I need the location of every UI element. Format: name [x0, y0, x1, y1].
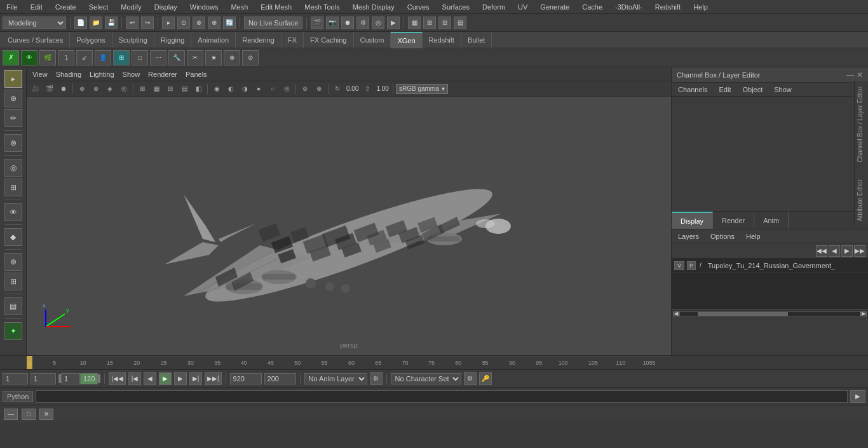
- tab-render[interactable]: Render: [713, 212, 754, 229]
- tab-redshift[interactable]: Redshift: [423, 32, 461, 48]
- menu-modify[interactable]: Modify: [118, 2, 144, 12]
- vp-grid-btn[interactable]: ⊞: [136, 83, 149, 95]
- layout4-button[interactable]: ▤: [454, 17, 466, 29]
- menu-redshift[interactable]: Redshift: [653, 2, 683, 12]
- python-run-btn[interactable]: ▶: [850, 390, 865, 403]
- vp-icon4-btn[interactable]: ▤: [178, 83, 191, 95]
- vp-shade3-btn[interactable]: ◑: [238, 83, 251, 95]
- vp-isolate-btn[interactable]: ⊕: [313, 83, 325, 95]
- render-seq-button[interactable]: ⏺: [341, 17, 354, 29]
- side-label-channel-box[interactable]: Channel Box / Layer Editor: [855, 81, 868, 168]
- channel-menu-object[interactable]: Object: [740, 85, 765, 95]
- layer-visibility-0[interactable]: V: [674, 261, 684, 270]
- menu-select[interactable]: Select: [86, 2, 111, 12]
- timeline-ruler[interactable]: 1 5 10 15 20 25 30 35 40 45 50 55 60 65 …: [27, 356, 671, 370]
- anim-layer-btn[interactable]: ⚙: [370, 372, 383, 385]
- snap-to-surface[interactable]: ⊗: [4, 134, 22, 152]
- character-set-btn[interactable]: ⚙: [464, 372, 477, 385]
- xgen-extra1-button[interactable]: ⊕: [224, 50, 240, 65]
- vp-icon5-btn[interactable]: ◧: [192, 83, 205, 95]
- menu-surfaces[interactable]: Surfaces: [440, 2, 472, 12]
- menu-file[interactable]: File: [4, 2, 20, 12]
- vp-camera-btn[interactable]: 🎥: [29, 83, 42, 95]
- python-input-field[interactable]: [36, 390, 848, 403]
- viewport-menu-show[interactable]: Show: [119, 70, 144, 79]
- menu-mesh[interactable]: Mesh: [228, 2, 250, 12]
- tab-anim[interactable]: Anim: [754, 212, 789, 229]
- xgen-scissors-button[interactable]: ✂: [187, 50, 203, 65]
- custom-tool2[interactable]: ⊞: [4, 273, 22, 290]
- tab-display[interactable]: Display: [672, 212, 713, 229]
- vp-shade2-btn[interactable]: ◐: [224, 83, 237, 95]
- vp-snap4-btn[interactable]: ◎: [118, 83, 130, 95]
- viewport-menu-renderer[interactable]: Renderer: [145, 70, 180, 79]
- menu-windows[interactable]: Windows: [187, 2, 221, 12]
- vp-grid3-btn[interactable]: ⊟: [164, 83, 177, 95]
- redo-button[interactable]: ↪: [141, 17, 154, 29]
- layer-menu-help[interactable]: Help: [743, 231, 763, 241]
- render-preview[interactable]: ◆: [4, 228, 22, 246]
- xgen-leaf-button[interactable]: 🌿: [39, 50, 56, 65]
- xgen-star-button[interactable]: ★: [205, 50, 222, 65]
- layer-name-0[interactable]: Tupoley_Tu_214_Russian_Government_: [705, 262, 865, 269]
- layout2-button[interactable]: ⊞: [423, 17, 436, 29]
- tab-sculpting[interactable]: Sculpting: [112, 32, 154, 48]
- layer-menu-options[interactable]: Options: [708, 231, 737, 241]
- layer-end-btn[interactable]: ▶▶: [854, 245, 865, 257]
- render-options-button[interactable]: ⚙: [356, 17, 369, 29]
- color-space-selector[interactable]: sRGB gamma ▾: [396, 84, 448, 94]
- vp-grid2-btn[interactable]: ▦: [150, 83, 163, 95]
- menu-create[interactable]: Create: [53, 2, 79, 12]
- xgen-person-button[interactable]: 👤: [95, 50, 111, 65]
- window-close-btn[interactable]: ✕: [39, 409, 53, 420]
- tab-rendering[interactable]: Rendering: [236, 32, 281, 48]
- channel-menu-show[interactable]: Show: [771, 85, 794, 95]
- layer-menu-layers[interactable]: Layers: [675, 231, 702, 241]
- play-btn[interactable]: ▶: [159, 372, 172, 385]
- mode-select[interactable]: Modeling Rigging Animation: [3, 17, 66, 29]
- menu-cache[interactable]: Cache: [580, 2, 605, 12]
- xgen-extra2-button[interactable]: ⊘: [242, 50, 259, 65]
- undo-button[interactable]: ↩: [126, 17, 139, 29]
- tab-polygons[interactable]: Polygons: [70, 32, 112, 48]
- frame-current-input[interactable]: [31, 373, 56, 384]
- menu-display[interactable]: Display: [152, 2, 180, 12]
- play-prev-key-btn[interactable]: |◀: [128, 372, 141, 385]
- window-restore-btn[interactable]: □: [22, 409, 36, 420]
- show-hide-tool[interactable]: 👁: [4, 203, 22, 221]
- play-next-key-btn[interactable]: ▶|: [189, 372, 202, 385]
- channel-box-close[interactable]: ✕: [857, 71, 863, 79]
- 3d-viewport[interactable]: y x z persp: [27, 97, 671, 355]
- no-live-surface-button[interactable]: No Live Surface: [244, 17, 302, 29]
- play-prev-btn[interactable]: ◀: [144, 372, 156, 385]
- select-tool-button[interactable]: ▸: [162, 17, 175, 29]
- anim-button[interactable]: ▶: [387, 17, 400, 29]
- xgen-mode-tool[interactable]: ✦: [4, 322, 22, 340]
- side-label-attribute-editor[interactable]: Attribute Editor: [855, 174, 868, 226]
- tab-custom[interactable]: Custom: [354, 32, 391, 48]
- tab-fx-caching[interactable]: FX Caching: [304, 32, 353, 48]
- tab-fx[interactable]: FX: [281, 32, 304, 48]
- vp-shade5-btn[interactable]: ○: [266, 83, 279, 95]
- layer-back-btn[interactable]: ◀: [829, 245, 840, 257]
- vp-snap-btn[interactable]: ⊕: [76, 83, 88, 95]
- vp-shade1-btn[interactable]: ◉: [210, 83, 223, 95]
- channel-menu-edit[interactable]: Edit: [716, 85, 733, 95]
- menu-generate[interactable]: Generate: [538, 2, 572, 12]
- menu-deform[interactable]: Deform: [480, 2, 508, 12]
- custom-tool1[interactable]: ⊕: [4, 253, 22, 271]
- frame-start-input[interactable]: [3, 373, 28, 384]
- layout-button[interactable]: ▦: [408, 17, 421, 29]
- character-set-select[interactable]: No Character Set: [391, 373, 461, 384]
- brush-tool-button[interactable]: ⊗: [193, 17, 205, 29]
- xgen-grid-button[interactable]: ⊞: [113, 50, 130, 65]
- autokey-btn[interactable]: 🔑: [479, 372, 492, 385]
- tab-xgen[interactable]: XGen: [391, 32, 422, 48]
- tab-animation[interactable]: Animation: [191, 32, 236, 48]
- lasso-tool-button[interactable]: ⊙: [177, 17, 190, 29]
- play-end-btn[interactable]: ▶▶|: [205, 372, 222, 385]
- menu-3dtall[interactable]: -3DtoAll-: [613, 2, 645, 12]
- save-file-button[interactable]: 💾: [105, 17, 118, 29]
- scroll-left-arrow[interactable]: ◀: [673, 311, 679, 316]
- anim-layer-select[interactable]: No Anim Layer: [304, 373, 367, 384]
